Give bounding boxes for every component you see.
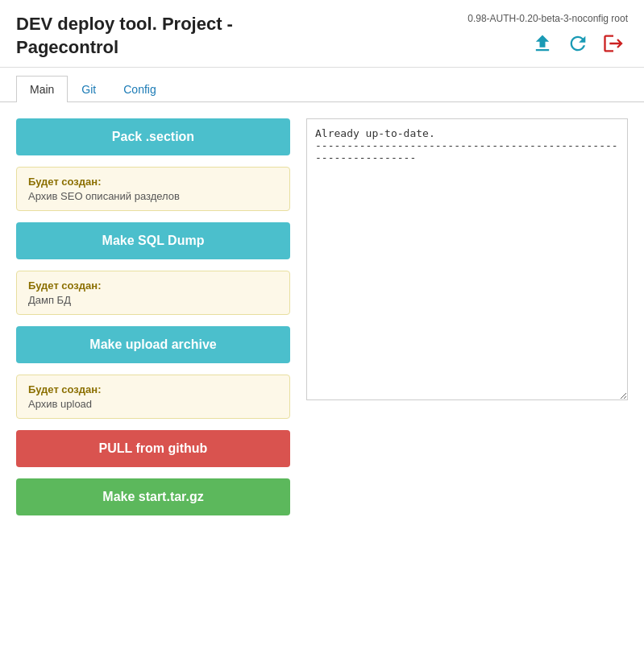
tab-config[interactable]: Config <box>110 76 169 102</box>
make-upload-archive-info-label: Будет создан: <box>28 383 278 395</box>
main-content: Pack .section Будет создан: Архив SEO оп… <box>0 102 644 532</box>
make-sql-dump-info: Будет создан: Дамп БД <box>16 271 290 315</box>
upload-icon[interactable] <box>528 29 557 58</box>
tab-bar: Main Git Config <box>0 76 644 102</box>
left-panel: Pack .section Будет создан: Архив SEO оп… <box>16 118 290 515</box>
logout-icon[interactable] <box>599 29 628 58</box>
header-icons <box>528 29 628 58</box>
make-sql-dump-button[interactable]: Make SQL Dump <box>16 222 290 259</box>
header-right: 0.98-AUTH-0.20-beta-3-noconfig root <box>467 13 628 58</box>
version-label: 0.98-AUTH-0.20-beta-3-noconfig root <box>467 13 628 24</box>
make-sql-dump-info-label: Будет создан: <box>28 279 278 292</box>
page-header: DEV deploy tool. Project - Pagecontrol 0… <box>0 0 644 68</box>
pack-section-info: Будет создан: Архив SEO описаний раздело… <box>16 167 290 211</box>
pull-from-github-button[interactable]: PULL from github <box>16 430 290 467</box>
make-start-tar-button[interactable]: Make start.tar.gz <box>16 478 290 515</box>
refresh-icon[interactable] <box>563 29 592 58</box>
pack-section-info-value: Архив SEO описаний разделов <box>28 190 278 202</box>
make-upload-archive-info-value: Архив upload <box>28 398 278 410</box>
tab-git[interactable]: Git <box>68 76 110 102</box>
make-sql-dump-info-value: Дамп БД <box>28 294 278 306</box>
pack-section-info-label: Будет создан: <box>28 176 278 188</box>
pack-section-button[interactable]: Pack .section <box>16 118 290 155</box>
output-textarea[interactable] <box>306 118 628 400</box>
page-title: DEV deploy tool. Project - Pagecontrol <box>16 13 339 59</box>
make-upload-archive-info: Будет создан: Архив upload <box>16 375 290 419</box>
tab-main[interactable]: Main <box>16 76 68 102</box>
make-upload-archive-button[interactable]: Make upload archive <box>16 326 290 363</box>
right-panel <box>306 118 628 515</box>
